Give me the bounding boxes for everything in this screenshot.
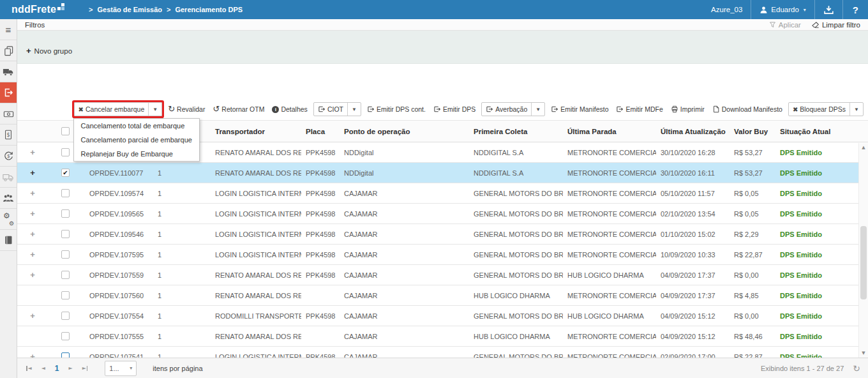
row-checkbox[interactable]	[61, 291, 70, 299]
column-header-placa[interactable]: Placa	[301, 128, 340, 135]
table-row[interactable]: + OPRDEV.107560 1 RENATO AMARAL DOS REIS…	[17, 285, 858, 306]
ciot-button[interactable]: CIOT	[314, 103, 347, 116]
table-row[interactable]: + OPRDEV.107559 1 RENATO AMARAL DOS REIS…	[17, 265, 858, 285]
expand-plus-icon[interactable]: +	[30, 209, 35, 218]
expand-plus-icon[interactable]: +	[30, 147, 35, 157]
sidebar-item-entregas[interactable]	[0, 167, 17, 188]
refresh-icon: ↻	[168, 106, 175, 112]
clear-filter-button[interactable]: Limpar filtro	[811, 21, 860, 29]
table-row[interactable]: + OPRDEV.110077 1 RENATO AMARAL DOS REIS…	[17, 163, 858, 183]
previous-page-button[interactable]: ◄	[41, 365, 45, 371]
table-row[interactable]: + OPRDEV.109565 1 LOGIN LOGISTICA INTERM…	[17, 204, 858, 224]
expand-plus-icon[interactable]: +	[30, 311, 35, 321]
page-size-select[interactable]: 1... ▾	[105, 361, 137, 376]
emitir-mdfe-button[interactable]: Emitir MDFe	[614, 103, 664, 116]
context-menu-item[interactable]: Replanejar Buy de Embarque	[74, 147, 199, 161]
sidebar-item-cambio[interactable]: $	[0, 146, 17, 167]
sidebar-item-configuracoes[interactable]: ⚙⚙	[0, 209, 17, 230]
row-checkbox[interactable]	[61, 250, 70, 259]
last-page-button[interactable]: ►	[82, 365, 88, 371]
column-header-ponto-operacao[interactable]: Ponto de operação	[340, 128, 469, 135]
cell-ultima-parada: METRONORTE COMERCIAL DE V...	[563, 149, 656, 156]
table-row[interactable]: + OPRDEV.107554 1 RODOMILLI TRANSPORTES …	[17, 306, 858, 326]
column-header-primeira-coleta[interactable]: Primeira Coleta	[469, 128, 563, 135]
scrollbar-thumb[interactable]	[860, 226, 867, 299]
cell-valor-buy: R$ 53,27	[730, 169, 775, 177]
first-page-button[interactable]: ◄	[26, 365, 32, 371]
download-manifesto-button[interactable]: Download Manifesto	[710, 103, 784, 116]
row-checkbox[interactable]	[61, 209, 70, 218]
row-checkbox[interactable]	[61, 230, 70, 238]
sidebar-item-emissao-active[interactable]	[0, 82, 17, 103]
ciot-caret[interactable]: ▼	[347, 103, 361, 116]
refresh-grid-icon[interactable]: ↻	[853, 363, 860, 374]
expand-plus-icon[interactable]: +	[30, 352, 35, 358]
expand-plus-icon[interactable]: +	[30, 270, 35, 280]
sidebar-item-pagamento[interactable]	[0, 103, 17, 125]
new-group-button[interactable]: + Novo grupo	[26, 46, 72, 56]
expand-plus-icon[interactable]: +	[30, 168, 35, 178]
sidebar-item-usuarios[interactable]	[0, 188, 17, 209]
row-checkbox[interactable]	[61, 271, 70, 279]
apply-filter-button[interactable]: Aplicar	[769, 21, 801, 29]
expand-plus-icon[interactable]: +	[30, 229, 35, 239]
table-row[interactable]: + OPRDEV.109574 1 LOGIN LOGISTICA INTERM…	[17, 183, 858, 204]
select-all-checkbox[interactable]	[61, 127, 70, 135]
emitir-dps-cont-button[interactable]: Emitir DPS cont.	[365, 103, 428, 116]
download-button[interactable]	[815, 0, 842, 19]
averbacao-caret[interactable]: ▼	[531, 103, 544, 116]
next-page-button[interactable]: ►	[69, 365, 73, 371]
user-menu[interactable]: Eduardo ▾	[751, 0, 814, 19]
expand-plus-icon[interactable]: +	[30, 188, 35, 198]
column-header-valor-buy[interactable]: Valor Buy	[730, 128, 775, 135]
sidebar-item-relatorios[interactable]	[0, 230, 17, 251]
row-checkbox[interactable]	[61, 352, 70, 358]
table-row[interactable]: + OPRDEV.109546 1 LOGIN LOGISTICA INTERM…	[17, 224, 858, 245]
scroll-up-icon[interactable]: ▲	[859, 145, 868, 150]
help-button[interactable]: ?	[843, 4, 868, 15]
breadcrumb-item-gerenciamento[interactable]: Gerenciamento DPS	[175, 6, 243, 13]
row-checkbox[interactable]	[61, 148, 70, 156]
column-header-ultima-atualizacao[interactable]: Última Atualização ↓	[656, 127, 730, 135]
table-row[interactable]: + OPRDEV.107541 1 LOGIN LOGISTICA INTERM…	[17, 347, 858, 358]
checkbox-cell	[48, 271, 83, 279]
export-icon	[486, 105, 493, 113]
column-header-situacao-atual[interactable]: Situação Atual	[775, 128, 868, 135]
cancelar-embarque-button[interactable]: ✖ Cancelar embarque	[75, 103, 149, 116]
cancelar-embarque-caret[interactable]: ▼	[148, 103, 161, 116]
vertical-scrollbar[interactable]: ▲ ▼	[858, 143, 868, 358]
detalhes-button[interactable]: i Detalhes	[270, 103, 309, 116]
ciot-split-button: CIOT ▼	[313, 102, 361, 116]
sidebar-item-documents[interactable]	[0, 40, 17, 61]
sidebar-item-transport[interactable]	[0, 61, 17, 82]
context-menu-item[interactable]: Cancelamento parcial de embarque	[74, 133, 199, 147]
breadcrumb-item-gestao[interactable]: Gestão de Emissão	[97, 6, 162, 13]
emitir-manifesto-button[interactable]: Emitir Manifesto	[549, 103, 610, 116]
scroll-down-icon[interactable]: ▼	[859, 351, 868, 356]
emitir-dps-button[interactable]: Emitir DPS	[431, 103, 477, 116]
imprimir-button[interactable]: Imprimir	[669, 103, 707, 116]
cell-transportador: LOGIN LOGISTICA INTERMODAL	[211, 190, 301, 197]
column-header-ultima-parada[interactable]: Última Parada	[563, 128, 656, 135]
sidebar-item-faturas[interactable]: $	[0, 125, 17, 146]
row-checkbox[interactable]	[61, 169, 70, 177]
table-row[interactable]: + OPRDEV.107595 1 LOGIN LOGISTICA INTERM…	[17, 245, 858, 265]
row-checkbox[interactable]	[61, 312, 70, 320]
expand-plus-icon[interactable]: +	[30, 250, 35, 259]
bloquear-dpss-button[interactable]: ✖ Bloquear DPSs	[789, 103, 849, 116]
column-header-transportador[interactable]: Transportador	[211, 128, 301, 135]
table-row[interactable]: + OPRDEV.107555 1 RENATO AMARAL DOS REIS…	[17, 326, 858, 347]
current-page[interactable]: 1	[55, 364, 59, 373]
averbacao-button[interactable]: Averbação	[482, 103, 531, 116]
row-checkbox[interactable]	[61, 189, 70, 197]
gears-icon: ⚙⚙	[3, 213, 14, 225]
context-menu-item[interactable]: Cancelamento total de embarque	[74, 119, 199, 133]
retornar-otm-button[interactable]: ↺ Retornar OTM	[211, 103, 266, 116]
app-logo[interactable]: nddFrete	[11, 3, 64, 17]
cell-ponto-operacao: CAJAMAR	[340, 231, 469, 238]
row-checkbox[interactable]	[61, 332, 70, 340]
revalidar-button[interactable]: ↻ Revalidar	[166, 103, 207, 116]
cell-ultima-parada: METRONORTE COMERCIAL DE V...	[563, 169, 656, 177]
bloquear-dpss-caret[interactable]: ▼	[849, 103, 863, 116]
sidebar-item-menu[interactable]: ≡	[0, 19, 17, 40]
